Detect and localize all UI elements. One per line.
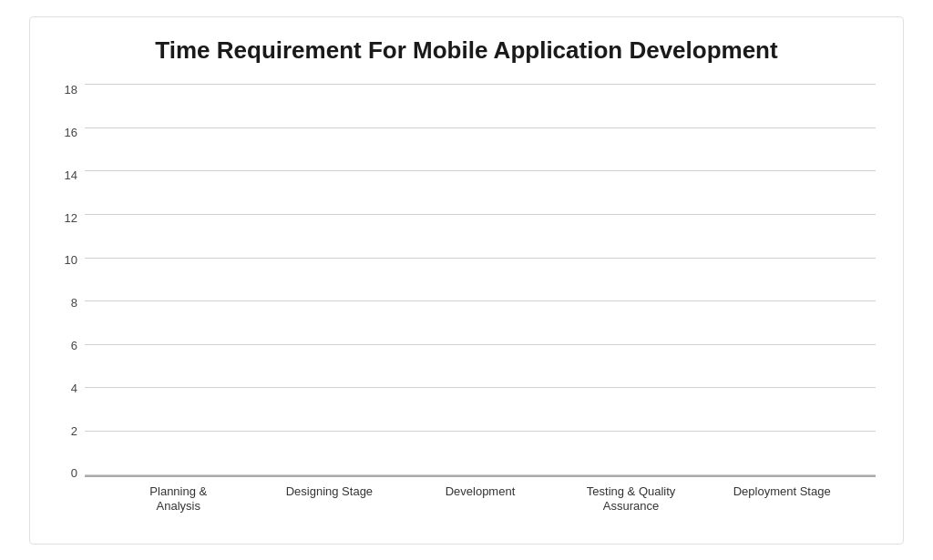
chart-body: 181614121086420 Planning &AnalysisDesign… (57, 84, 876, 534)
chart-title: Time Requirement For Mobile Application … (57, 36, 876, 66)
chart-container: Time Requirement For Mobile Application … (29, 16, 904, 545)
y-axis-label: 14 (65, 169, 77, 181)
grid-and-bars (85, 84, 876, 474)
bars-row (85, 84, 876, 474)
x-labels: Planning &AnalysisDesigning StageDevelop… (85, 484, 876, 535)
x-axis-label: Deployment Stage (706, 484, 857, 535)
x-axis-label: Designing Stage (254, 484, 405, 535)
y-axis: 181614121086420 (57, 84, 85, 534)
y-axis-label: 18 (65, 84, 77, 96)
x-axis-label: Planning &Analysis (103, 484, 254, 535)
y-axis-label: 16 (65, 127, 77, 138)
chart-area: Planning &AnalysisDesigning StageDevelop… (85, 84, 876, 534)
y-axis-label: 6 (71, 340, 77, 351)
y-axis-label: 4 (71, 382, 77, 394)
y-axis-label: 12 (65, 212, 77, 224)
y-axis-label: 10 (65, 254, 77, 266)
y-axis-label: 8 (71, 297, 77, 309)
x-axis-label: Testing & QualityAssurance (556, 484, 707, 535)
x-axis-label: Development (405, 484, 556, 535)
y-axis-label: 0 (71, 467, 77, 479)
x-axis-line (85, 475, 876, 477)
y-axis-label: 2 (71, 425, 77, 437)
